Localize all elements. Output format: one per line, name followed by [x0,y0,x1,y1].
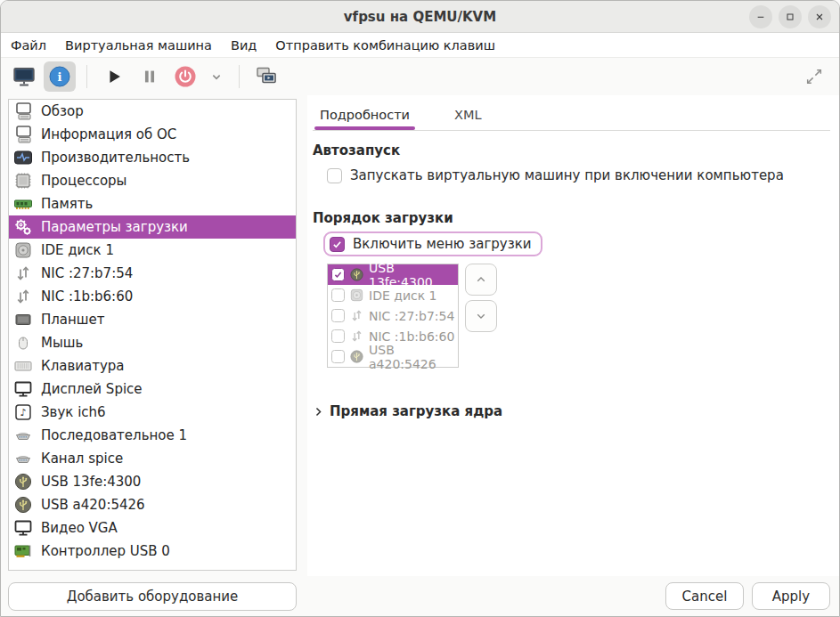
add-hardware-button[interactable]: Добавить оборудование [8,582,297,611]
kernel-boot-label: Прямая загрузка ядра [330,403,502,419]
sidebar-item[interactable]: Производительность [9,146,296,169]
sidebar-item[interactable]: Процессоры [9,169,296,192]
nic-icon [13,287,33,306]
boot-device-checkbox[interactable] [331,309,345,322]
boot-device-label: USB a420:5426 [369,343,455,371]
pause-icon [140,67,159,86]
usb-icon [349,267,364,282]
usb-icon [13,472,33,491]
close-icon [812,10,827,24]
console-monitor-icon [12,65,36,88]
apply-button[interactable]: Apply [752,582,830,610]
boot-device-label: USB 13fe:4300 [369,261,455,289]
info-icon: i [48,65,71,88]
run-button[interactable] [98,61,130,92]
sidebar-item[interactable]: Видео VGA [9,516,296,540]
minimize-icon [754,10,768,24]
sidebar-item[interactable]: Дисплей Spice [9,378,296,401]
boot-device-row[interactable]: USB 13fe:4300 [328,264,458,285]
menu-item-3[interactable]: Отправить комбинацию клавиш [275,38,495,53]
sidebar-item[interactable]: NIC :1b:b6:60 [9,285,296,308]
boot-device-checkbox[interactable] [331,288,345,302]
disk-icon [13,240,33,260]
details-panel: Подробности XML Автозапуск Запускать вир… [307,95,839,576]
move-up-button[interactable] [465,264,497,296]
sidebar-item-label: Процессоры [41,173,126,189]
sidebar-item[interactable]: USB 13fe:4300 [9,470,296,493]
serial-icon [13,426,33,445]
sidebar-item[interactable]: ♪Звук ich6 [9,401,296,424]
sidebar-item-label: Звук ich6 [41,404,106,420]
autostart-checkbox-row[interactable]: Запускать виртуальную машину при включен… [327,167,830,183]
sidebar-item[interactable]: Параметры загрузки [9,215,296,239]
usb-icon [349,349,364,364]
close-button[interactable] [808,5,831,28]
sidebar-item[interactable]: Память [9,192,296,215]
enable-boot-menu-checkbox[interactable] [330,237,345,252]
menubar: ФайлВиртуальная машинаВидОтправить комби… [1,33,839,58]
sidebar-item[interactable]: Клавиатура [9,354,296,378]
pause-button[interactable] [134,61,166,92]
tab-xml[interactable]: XML [449,104,487,130]
minimize-button[interactable] [749,5,772,28]
menu-item-0[interactable]: Файл [11,38,46,53]
fullscreen-button[interactable] [798,61,830,92]
tab-details[interactable]: Подробности [314,104,415,130]
sidebar-item-label: NIC :27:b7:54 [41,265,133,281]
shutdown-button[interactable] [169,61,201,92]
content-area: ОбзорИнформация об ОСПроизводительностьП… [1,95,839,576]
virtual-displays-button[interactable] [250,61,282,92]
chevron-right-icon [313,406,324,418]
sidebar-item-label: Параметры загрузки [41,219,188,235]
sidebar-item[interactable]: Контроллер USB 0 [9,540,296,563]
controller-icon [13,541,33,561]
enable-boot-menu-row[interactable]: Включить меню загрузки [323,231,542,256]
move-down-button[interactable] [465,300,497,332]
kernel-boot-expander[interactable]: Прямая загрузка ядра [313,403,830,419]
show-console-button[interactable] [8,61,40,92]
toolbar: i [1,58,839,95]
cancel-button[interactable]: Cancel [665,582,744,610]
sidebar-item-label: Обзор [41,103,84,119]
memory-icon [13,194,33,214]
menu-item-1[interactable]: Виртуальная машина [65,38,212,53]
chevron-down-icon [207,67,226,86]
sidebar-item-label: Видео VGA [41,520,118,536]
sidebar-item-label: Информация об ОС [41,126,176,142]
chevron-up-icon [472,271,490,288]
maximize-button[interactable] [779,5,802,28]
sidebar-item[interactable]: Планшет [9,308,296,331]
enable-boot-menu-label: Включить меню загрузки [353,236,532,252]
boot-device-checkbox[interactable] [331,329,345,343]
show-details-button[interactable]: i [44,61,76,92]
sidebar-item[interactable]: IDE диск 1 [9,239,296,262]
boot-device-label: NIC :1b:b6:60 [369,329,454,344]
expand-icon [804,67,824,86]
sidebar-item[interactable]: USB a420:5426 [9,493,296,516]
disk-icon [349,288,364,303]
boot-device-row[interactable]: NIC :27:b7:54 [328,305,458,326]
boot-icon [13,217,33,237]
sidebar-item[interactable]: Последовательное 1 [9,424,296,447]
boot-device-checkbox[interactable] [331,350,345,363]
power-icon [174,65,197,88]
autostart-checkbox[interactable] [327,168,342,183]
sidebar-item[interactable]: Канал spice [9,447,296,470]
boot-device-row[interactable]: USB a420:5426 [328,346,458,367]
mouse-icon [13,333,33,353]
shutdown-menu-button[interactable] [205,61,228,92]
sidebar-item[interactable]: Информация об ОС [9,123,296,146]
sidebar-item-label: Мышь [41,335,83,351]
nic-icon [349,329,364,344]
menu-item-2[interactable]: Вид [231,38,257,53]
sidebar-item[interactable]: NIC :27:b7:54 [9,262,296,285]
sidebar-item[interactable]: Обзор [9,100,296,123]
sidebar-item[interactable]: Мышь [9,331,296,354]
tablet-icon [13,310,33,329]
performance-icon [13,148,33,167]
display-icon [13,518,33,538]
sidebar-item-label: Контроллер USB 0 [41,543,170,559]
boot-device-checkbox[interactable] [331,268,345,281]
maximize-icon [783,10,797,24]
titlebar[interactable]: vfpsu на QEMU/KVM [1,1,839,33]
